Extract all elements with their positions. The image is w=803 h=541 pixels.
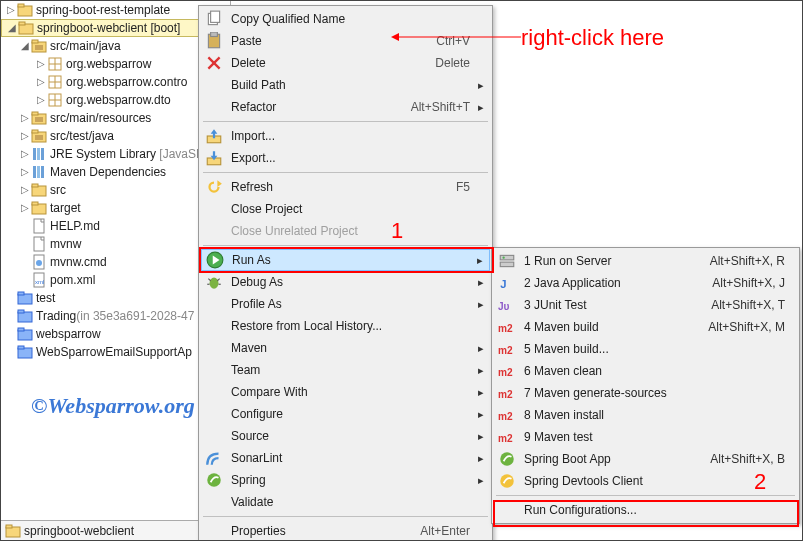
context-menu-item[interactable]: Configure▸	[201, 403, 490, 425]
submenu-arrow-icon: ▸	[478, 430, 484, 443]
context-menu-item[interactable]: DeleteDelete	[201, 52, 490, 74]
menu-item-accelerator: Alt+Shift+X, M	[708, 320, 785, 334]
context-menu-item[interactable]: Close Project	[201, 198, 490, 220]
tree-item[interactable]: ◢src/main/java	[1, 37, 230, 55]
run-as-item[interactable]: m27 Maven generate-sources	[494, 382, 797, 404]
tree-item-label: pom.xml	[50, 271, 95, 289]
run-as-item[interactable]: m25 Maven build...	[494, 338, 797, 360]
context-menu-item[interactable]: Copy Qualified Name	[201, 8, 490, 30]
tree-item[interactable]: HELP.md	[1, 217, 230, 235]
sonar-icon	[205, 449, 223, 467]
svg-point-66	[207, 473, 221, 487]
run-as-item[interactable]: J2 Java ApplicationAlt+Shift+X, J	[494, 272, 797, 294]
context-menu-item[interactable]: RefactorAlt+Shift+T▸	[201, 96, 490, 118]
tree-item[interactable]: ▷target	[1, 199, 230, 217]
svg-rect-5	[32, 40, 38, 43]
tree-item[interactable]: ▷org.websparrow.dto	[1, 91, 230, 109]
svg-rect-3	[19, 22, 25, 25]
menu-item-label: Export...	[231, 151, 470, 165]
context-menu-item[interactable]: Restore from Local History...	[201, 315, 490, 337]
project-tree[interactable]: ▷spring-boot-rest-template◢springboot-we…	[1, 1, 230, 361]
svg-text:Jυ: Jυ	[498, 301, 510, 312]
tree-item[interactable]: ▷spring-boot-rest-template	[1, 1, 230, 19]
tree-item[interactable]: WebSparrowEmailSupportAp	[1, 343, 230, 361]
context-menu[interactable]: Copy Qualified NamePasteCtrl+VDeleteDele…	[198, 5, 493, 541]
tree-item[interactable]: ▷src	[1, 181, 230, 199]
expand-arrow[interactable]: ▷	[19, 163, 31, 181]
expand-arrow[interactable]: ▷	[19, 199, 31, 217]
tree-item[interactable]: ▷JRE System Library [JavaSE	[1, 145, 230, 163]
menu-item-label: Import...	[231, 129, 470, 143]
library-icon	[31, 164, 47, 180]
expand-arrow[interactable]: ◢	[6, 19, 18, 37]
tree-item[interactable]: xmlpom.xml	[1, 271, 230, 289]
tree-item[interactable]: ▷org.websparrow.contro	[1, 73, 230, 91]
run-as-item[interactable]: m28 Maven install	[494, 404, 797, 426]
context-menu-item[interactable]: Team▸	[201, 359, 490, 381]
tree-item[interactable]: ◢springboot-webclient [boot]	[1, 19, 230, 37]
paste-icon	[205, 32, 223, 50]
tree-item-label: src/test/java	[50, 127, 114, 145]
context-menu-item[interactable]: Debug As▸	[201, 271, 490, 293]
tree-item-suffix: (in 35e3a691-2028-47	[76, 307, 194, 325]
tree-item[interactable]: websparrow	[1, 325, 230, 343]
copy-icon	[205, 10, 223, 28]
svg-rect-25	[33, 166, 36, 178]
run-as-submenu[interactable]: 1 Run on ServerAlt+Shift+X, RJ2 Java App…	[491, 247, 800, 524]
run-as-item[interactable]: m24 Maven buildAlt+Shift+X, M	[494, 316, 797, 338]
context-menu-item[interactable]: Maven▸	[201, 337, 490, 359]
blue-folder-icon	[17, 290, 33, 306]
svg-rect-33	[34, 237, 44, 251]
tree-item[interactable]: ▷Maven Dependencies	[1, 163, 230, 181]
expand-arrow[interactable]: ▷	[19, 127, 31, 145]
tree-item[interactable]: mvnw	[1, 235, 230, 253]
run-as-item[interactable]: Spring Devtools Client	[494, 470, 797, 492]
context-menu-item[interactable]: Run As▸	[201, 249, 490, 271]
context-menu-item[interactable]: Profile As▸	[201, 293, 490, 315]
context-menu-item[interactable]: Compare With▸	[201, 381, 490, 403]
context-menu-item[interactable]: Spring▸	[201, 469, 490, 491]
submenu-arrow-icon: ▸	[478, 408, 484, 421]
expand-arrow[interactable]: ▷	[35, 91, 47, 109]
tree-item[interactable]: ▷src/main/resources	[1, 109, 230, 127]
context-menu-item[interactable]: Build Path▸	[201, 74, 490, 96]
context-menu-item[interactable]: Validate	[201, 491, 490, 513]
menu-item-label: Compare With	[231, 385, 470, 399]
expand-arrow[interactable]: ▷	[5, 1, 17, 19]
expand-arrow[interactable]: ◢	[19, 37, 31, 55]
submenu-arrow-icon: ▸	[477, 254, 483, 267]
tree-item[interactable]: Trading (in 35e3a691-2028-47	[1, 307, 230, 325]
tree-item-label: src/main/resources	[50, 109, 151, 127]
run-as-item[interactable]: m29 Maven test	[494, 426, 797, 448]
tree-item[interactable]: mvnw.cmd	[1, 253, 230, 271]
expand-arrow[interactable]: ▷	[19, 145, 31, 163]
submenu-arrow-icon: ▸	[478, 276, 484, 289]
run-as-item[interactable]: Jυ3 JUnit TestAlt+Shift+X, T	[494, 294, 797, 316]
svg-rect-6	[35, 45, 43, 50]
run-as-item[interactable]: 1 Run on ServerAlt+Shift+X, R	[494, 250, 797, 272]
folder-j-icon	[18, 20, 34, 36]
menu-item-label: 3 JUnit Test	[524, 298, 681, 312]
tree-item[interactable]: ▷src/test/java	[1, 127, 230, 145]
context-menu-item[interactable]: Import...	[201, 125, 490, 147]
context-menu-item[interactable]: RefreshF5	[201, 176, 490, 198]
expand-arrow[interactable]: ▷	[19, 181, 31, 199]
import-icon	[205, 127, 223, 145]
expand-arrow[interactable]: ▷	[35, 73, 47, 91]
expand-arrow[interactable]: ▷	[19, 109, 31, 127]
tree-item-label: src	[50, 181, 66, 199]
context-menu-item[interactable]: PropertiesAlt+Enter	[201, 520, 490, 541]
tree-item[interactable]: ▷org.websparrow	[1, 55, 230, 73]
context-menu-item[interactable]: SonarLint▸	[201, 447, 490, 469]
context-menu-item[interactable]: Export...	[201, 147, 490, 169]
m2-icon: m2	[498, 340, 516, 358]
svg-rect-32	[34, 219, 44, 233]
folder-j-icon	[17, 2, 33, 18]
context-menu-item[interactable]: Source▸	[201, 425, 490, 447]
run-as-item[interactable]: Spring Boot AppAlt+Shift+X, B	[494, 448, 797, 470]
expand-arrow[interactable]: ▷	[35, 55, 47, 73]
tree-item[interactable]: test	[1, 289, 230, 307]
run-as-item[interactable]: Run Configurations...	[494, 499, 797, 521]
run-as-item[interactable]: m26 Maven clean	[494, 360, 797, 382]
java-icon: J	[498, 274, 516, 292]
